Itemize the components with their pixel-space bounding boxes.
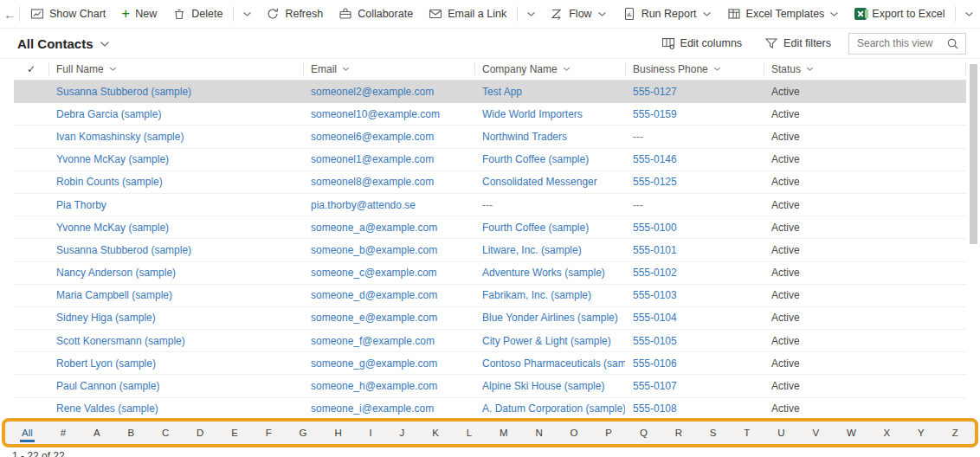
show-chart-button[interactable]: Show Chart [23,0,113,28]
jump-item-s[interactable]: S [707,427,719,439]
company-link[interactable]: Fourth Coffee (sample) [482,222,589,234]
export-to-excel-button[interactable]: Export to Excel [847,0,952,28]
jump-item-u[interactable]: U [775,427,787,439]
jump-item-w[interactable]: W [844,427,859,439]
edit-filters-button[interactable]: Edit filters [764,36,831,50]
edit-columns-button[interactable]: Edit columns [661,36,743,50]
phone-link[interactable]: 555-0104 [633,312,677,324]
company-link[interactable]: A. Datum Corporation (sample) [482,402,625,415]
table-row[interactable]: Sidney Higa (sample) someone_e@example.c… [14,307,966,330]
jump-item-c[interactable]: C [159,427,171,439]
jump-item-d[interactable]: D [194,427,206,439]
select-all-column-header[interactable]: ✓ [14,58,48,80]
phone-link[interactable]: 555-0159 [633,108,677,120]
jump-item-f[interactable]: F [263,427,274,439]
contact-name-link[interactable]: Nancy Anderson (sample) [56,267,176,279]
column-header-status[interactable]: Status [764,58,966,80]
contact-name-link[interactable]: Robin Counts (sample) [56,176,163,188]
contact-name-link[interactable]: Pia Thorby [56,199,106,211]
table-row[interactable]: Nancy Anderson (sample) someone_c@exampl… [14,262,966,285]
jump-item-h[interactable]: H [332,427,344,439]
jump-item-r[interactable]: R [673,427,685,439]
phone-link[interactable]: 555-0108 [633,402,677,415]
company-link[interactable]: Contoso Pharmaceuticals (sample) [482,357,625,370]
company-link[interactable]: Litware, Inc. (sample) [482,244,582,256]
contact-name-link[interactable]: Yvonne McKay (sample) [56,153,169,165]
jump-item-i[interactable]: I [367,427,375,439]
search-icon[interactable] [946,37,959,50]
table-row[interactable]: Maria Campbell (sample) someone_d@exampl… [14,285,966,307]
company-link[interactable]: Northwind Traders [482,131,567,143]
table-row[interactable]: Scott Konersmann (sample) someone_f@exam… [14,330,966,352]
company-link[interactable]: Consolidated Messenger [482,176,597,188]
table-row[interactable]: Susanna Stubberod (sample) someone_b@exa… [14,239,966,261]
email-link[interactable]: someone_f@example.com [311,335,435,347]
scrollbar-thumb[interactable] [970,64,977,244]
company-link[interactable]: Blue Yonder Airlines (sample) [482,312,618,324]
contact-name-link[interactable]: Ivan Komashinsky (sample) [56,131,184,143]
jump-item-j[interactable]: J [397,427,408,439]
table-row[interactable]: Debra Garcia (sample) someonel10@example… [14,103,966,126]
table-row[interactable]: Yvonne McKay (sample) someonel1@example.… [14,149,966,171]
export-dropdown-chevron[interactable] [958,0,980,28]
jump-item-y[interactable]: Y [915,427,927,439]
email-link[interactable]: someone_c@example.com [311,267,437,279]
flow-button[interactable]: Flow [542,0,614,28]
jump-item-a[interactable]: A [91,427,103,439]
jump-item-x[interactable]: X [881,427,893,439]
jump-item-all[interactable]: All [19,427,35,439]
phone-link[interactable]: 555-0127 [633,86,677,98]
phone-link[interactable]: 555-0106 [633,357,677,370]
email-link[interactable]: someone_b@example.com [311,244,437,256]
column-header-email[interactable]: Email [303,58,474,80]
phone-link[interactable]: 555-0125 [633,176,677,188]
column-header-full-name[interactable]: Full Name [48,58,303,80]
table-row[interactable]: Paul Cannon (sample) someone_h@example.c… [14,375,966,397]
table-row[interactable]: Robert Lyon (sample) someone_g@example.c… [14,352,966,375]
company-link[interactable]: Fourth Coffee (sample) [482,153,589,165]
jump-item-m[interactable]: M [497,427,511,439]
email-link[interactable]: someone_e@example.com [311,312,437,324]
email-link[interactable]: someonel6@example.com [311,131,434,143]
jump-item-g[interactable]: G [297,427,310,439]
phone-link[interactable]: 555-0101 [633,244,677,256]
company-link[interactable]: Wide World Importers [482,108,583,120]
contact-name-link[interactable]: Paul Cannon (sample) [56,380,159,392]
run-report-button[interactable]: Run Report [615,0,719,28]
contact-name-link[interactable]: Susanna Stubberod (sample) [56,244,191,256]
table-row[interactable]: Yvonne McKay (sample) someone_a@example.… [14,216,966,239]
email-link[interactable]: someone_i@example.com [311,402,434,415]
jump-item-t[interactable]: T [741,427,752,439]
back-button[interactable]: ← [3,0,16,28]
email-link[interactable]: someonel8@example.com [311,176,434,188]
email-link[interactable]: someonel2@example.com [311,86,434,98]
email-link[interactable]: someonel1@example.com [311,153,434,165]
jump-item-#[interactable]: # [58,427,68,439]
column-header-company-name[interactable]: Company Name [474,58,625,80]
contact-name-link[interactable]: Susanna Stubberod (sample) [56,86,191,98]
new-button[interactable]: + New [113,0,164,28]
phone-link[interactable]: 555-0103 [633,289,677,301]
refresh-button[interactable]: Refresh [258,0,331,28]
contact-name-link[interactable]: Maria Campbell (sample) [56,289,172,301]
jump-item-e[interactable]: E [229,427,241,439]
jump-item-l[interactable]: L [464,427,474,439]
column-header-business-phone[interactable]: Business Phone [625,58,764,80]
view-selector[interactable]: All Contacts [17,36,110,51]
contact-name-link[interactable]: Debra Garcia (sample) [56,108,161,120]
phone-link[interactable]: 555-0105 [633,335,677,347]
company-link[interactable]: City Power & Light (sample) [482,335,611,347]
collaborate-button[interactable]: Collaborate [331,0,421,28]
company-link[interactable]: Fabrikam, Inc. (sample) [482,289,591,301]
email-link[interactable]: someone_d@example.com [311,289,437,301]
vertical-scrollbar[interactable] [970,61,977,417]
phone-link[interactable]: 555-0102 [633,267,677,279]
jump-item-k[interactable]: K [429,427,442,439]
jump-item-q[interactable]: Q [637,427,650,439]
view-search-box[interactable] [848,33,966,55]
search-input[interactable] [855,36,946,50]
email-link[interactable]: someone_h@example.com [311,380,437,392]
phone-link[interactable]: 555-0146 [633,153,677,165]
company-link[interactable]: Alpine Ski House (sample) [482,380,604,392]
table-row[interactable]: Rene Valdes (sample) someone_i@example.c… [14,398,966,418]
